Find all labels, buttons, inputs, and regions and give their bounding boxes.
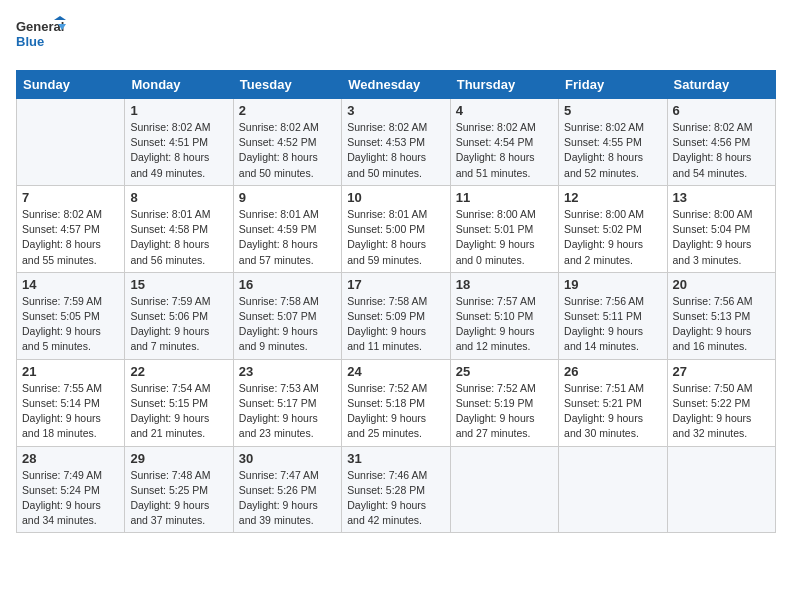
calendar-cell: 4Sunrise: 8:02 AMSunset: 4:54 PMDaylight… [450, 99, 558, 186]
day-info: Sunrise: 8:00 AMSunset: 5:01 PMDaylight:… [456, 207, 553, 268]
calendar-cell: 25Sunrise: 7:52 AMSunset: 5:19 PMDayligh… [450, 359, 558, 446]
day-info: Sunrise: 8:01 AMSunset: 4:59 PMDaylight:… [239, 207, 336, 268]
calendar-cell: 15Sunrise: 7:59 AMSunset: 5:06 PMDayligh… [125, 272, 233, 359]
day-info: Sunrise: 8:01 AMSunset: 4:58 PMDaylight:… [130, 207, 227, 268]
day-number: 25 [456, 364, 553, 379]
calendar-cell: 31Sunrise: 7:46 AMSunset: 5:28 PMDayligh… [342, 446, 450, 533]
calendar-cell: 10Sunrise: 8:01 AMSunset: 5:00 PMDayligh… [342, 185, 450, 272]
calendar-body: 1Sunrise: 8:02 AMSunset: 4:51 PMDaylight… [17, 99, 776, 533]
day-info: Sunrise: 8:01 AMSunset: 5:00 PMDaylight:… [347, 207, 444, 268]
day-info: Sunrise: 8:00 AMSunset: 5:02 PMDaylight:… [564, 207, 661, 268]
weekday-header: Tuesday [233, 71, 341, 99]
calendar-cell: 30Sunrise: 7:47 AMSunset: 5:26 PMDayligh… [233, 446, 341, 533]
calendar-cell: 19Sunrise: 7:56 AMSunset: 5:11 PMDayligh… [559, 272, 667, 359]
day-info: Sunrise: 8:02 AMSunset: 4:51 PMDaylight:… [130, 120, 227, 181]
day-info: Sunrise: 7:51 AMSunset: 5:21 PMDaylight:… [564, 381, 661, 442]
calendar-week-row: 21Sunrise: 7:55 AMSunset: 5:14 PMDayligh… [17, 359, 776, 446]
calendar-week-row: 28Sunrise: 7:49 AMSunset: 5:24 PMDayligh… [17, 446, 776, 533]
calendar-cell [450, 446, 558, 533]
day-number: 20 [673, 277, 770, 292]
day-info: Sunrise: 8:02 AMSunset: 4:56 PMDaylight:… [673, 120, 770, 181]
day-number: 11 [456, 190, 553, 205]
day-number: 9 [239, 190, 336, 205]
day-info: Sunrise: 7:58 AMSunset: 5:07 PMDaylight:… [239, 294, 336, 355]
calendar-cell: 14Sunrise: 7:59 AMSunset: 5:05 PMDayligh… [17, 272, 125, 359]
day-number: 22 [130, 364, 227, 379]
day-info: Sunrise: 8:02 AMSunset: 4:52 PMDaylight:… [239, 120, 336, 181]
day-info: Sunrise: 7:49 AMSunset: 5:24 PMDaylight:… [22, 468, 119, 529]
day-number: 12 [564, 190, 661, 205]
day-number: 13 [673, 190, 770, 205]
svg-text:General: General [16, 19, 64, 34]
header: General Blue [16, 16, 776, 58]
weekday-header: Monday [125, 71, 233, 99]
day-number: 18 [456, 277, 553, 292]
calendar-cell: 12Sunrise: 8:00 AMSunset: 5:02 PMDayligh… [559, 185, 667, 272]
calendar-cell: 16Sunrise: 7:58 AMSunset: 5:07 PMDayligh… [233, 272, 341, 359]
calendar-cell: 26Sunrise: 7:51 AMSunset: 5:21 PMDayligh… [559, 359, 667, 446]
day-info: Sunrise: 7:54 AMSunset: 5:15 PMDaylight:… [130, 381, 227, 442]
day-number: 10 [347, 190, 444, 205]
calendar-cell [17, 99, 125, 186]
day-info: Sunrise: 7:58 AMSunset: 5:09 PMDaylight:… [347, 294, 444, 355]
day-number: 27 [673, 364, 770, 379]
calendar-week-row: 14Sunrise: 7:59 AMSunset: 5:05 PMDayligh… [17, 272, 776, 359]
calendar-header: SundayMondayTuesdayWednesdayThursdayFrid… [17, 71, 776, 99]
weekday-header: Sunday [17, 71, 125, 99]
day-info: Sunrise: 8:00 AMSunset: 5:04 PMDaylight:… [673, 207, 770, 268]
day-info: Sunrise: 7:53 AMSunset: 5:17 PMDaylight:… [239, 381, 336, 442]
day-number: 31 [347, 451, 444, 466]
calendar-cell: 7Sunrise: 8:02 AMSunset: 4:57 PMDaylight… [17, 185, 125, 272]
day-number: 1 [130, 103, 227, 118]
day-number: 2 [239, 103, 336, 118]
day-number: 30 [239, 451, 336, 466]
day-info: Sunrise: 7:52 AMSunset: 5:19 PMDaylight:… [456, 381, 553, 442]
day-number: 14 [22, 277, 119, 292]
calendar-week-row: 1Sunrise: 8:02 AMSunset: 4:51 PMDaylight… [17, 99, 776, 186]
day-info: Sunrise: 8:02 AMSunset: 4:53 PMDaylight:… [347, 120, 444, 181]
day-number: 23 [239, 364, 336, 379]
calendar-cell: 11Sunrise: 8:00 AMSunset: 5:01 PMDayligh… [450, 185, 558, 272]
weekday-header-row: SundayMondayTuesdayWednesdayThursdayFrid… [17, 71, 776, 99]
day-number: 16 [239, 277, 336, 292]
day-number: 15 [130, 277, 227, 292]
calendar-cell: 5Sunrise: 8:02 AMSunset: 4:55 PMDaylight… [559, 99, 667, 186]
calendar-cell: 22Sunrise: 7:54 AMSunset: 5:15 PMDayligh… [125, 359, 233, 446]
day-info: Sunrise: 7:57 AMSunset: 5:10 PMDaylight:… [456, 294, 553, 355]
calendar-cell: 2Sunrise: 8:02 AMSunset: 4:52 PMDaylight… [233, 99, 341, 186]
day-number: 8 [130, 190, 227, 205]
logo-svg: General Blue [16, 16, 66, 58]
day-info: Sunrise: 7:56 AMSunset: 5:11 PMDaylight:… [564, 294, 661, 355]
day-number: 3 [347, 103, 444, 118]
calendar-cell: 28Sunrise: 7:49 AMSunset: 5:24 PMDayligh… [17, 446, 125, 533]
calendar-cell: 21Sunrise: 7:55 AMSunset: 5:14 PMDayligh… [17, 359, 125, 446]
calendar-cell [559, 446, 667, 533]
calendar-cell: 29Sunrise: 7:48 AMSunset: 5:25 PMDayligh… [125, 446, 233, 533]
day-info: Sunrise: 7:56 AMSunset: 5:13 PMDaylight:… [673, 294, 770, 355]
calendar-cell: 6Sunrise: 8:02 AMSunset: 4:56 PMDaylight… [667, 99, 775, 186]
day-info: Sunrise: 7:52 AMSunset: 5:18 PMDaylight:… [347, 381, 444, 442]
day-info: Sunrise: 7:47 AMSunset: 5:26 PMDaylight:… [239, 468, 336, 529]
weekday-header: Saturday [667, 71, 775, 99]
calendar-cell: 20Sunrise: 7:56 AMSunset: 5:13 PMDayligh… [667, 272, 775, 359]
weekday-header: Thursday [450, 71, 558, 99]
calendar-cell: 8Sunrise: 8:01 AMSunset: 4:58 PMDaylight… [125, 185, 233, 272]
svg-text:Blue: Blue [16, 34, 44, 49]
day-number: 28 [22, 451, 119, 466]
day-number: 21 [22, 364, 119, 379]
day-number: 7 [22, 190, 119, 205]
day-number: 26 [564, 364, 661, 379]
calendar-cell: 3Sunrise: 8:02 AMSunset: 4:53 PMDaylight… [342, 99, 450, 186]
calendar-cell: 27Sunrise: 7:50 AMSunset: 5:22 PMDayligh… [667, 359, 775, 446]
day-number: 17 [347, 277, 444, 292]
calendar-cell: 18Sunrise: 7:57 AMSunset: 5:10 PMDayligh… [450, 272, 558, 359]
day-info: Sunrise: 7:48 AMSunset: 5:25 PMDaylight:… [130, 468, 227, 529]
day-info: Sunrise: 8:02 AMSunset: 4:54 PMDaylight:… [456, 120, 553, 181]
svg-marker-2 [54, 16, 66, 20]
day-number: 29 [130, 451, 227, 466]
day-info: Sunrise: 7:50 AMSunset: 5:22 PMDaylight:… [673, 381, 770, 442]
day-info: Sunrise: 7:59 AMSunset: 5:06 PMDaylight:… [130, 294, 227, 355]
day-info: Sunrise: 7:59 AMSunset: 5:05 PMDaylight:… [22, 294, 119, 355]
day-info: Sunrise: 7:55 AMSunset: 5:14 PMDaylight:… [22, 381, 119, 442]
day-number: 4 [456, 103, 553, 118]
